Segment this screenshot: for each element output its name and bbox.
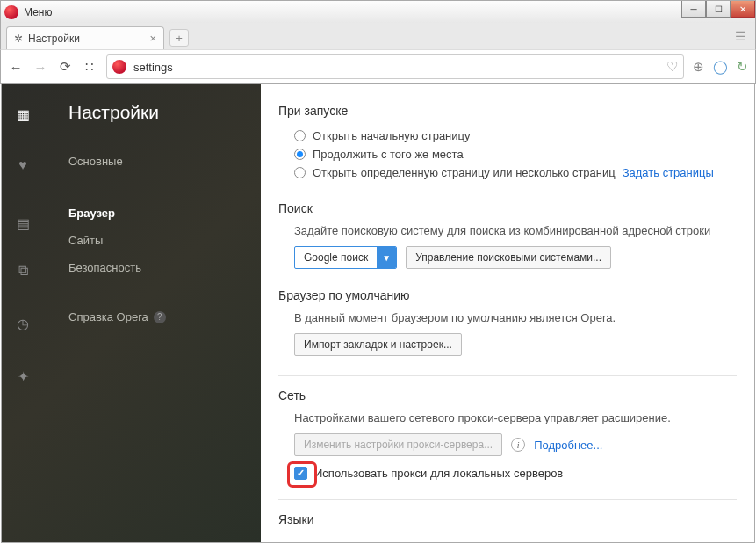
section-title-network: Сеть <box>278 388 737 403</box>
startup-option-specific[interactable]: Открыть определенную страницу или нескол… <box>278 163 737 182</box>
address-input[interactable] <box>133 61 659 74</box>
tab-title: Настройки <box>28 33 80 45</box>
startup-option-continue-label: Продолжить с того же места <box>313 148 464 161</box>
radio-icon <box>294 167 306 178</box>
network-description: Настройками вашего сетевого прокси-серве… <box>278 411 737 424</box>
globe-icon[interactable]: ⊕ <box>693 59 704 75</box>
section-divider <box>278 375 737 376</box>
sidebar-item-security[interactable]: Безопасность <box>68 254 252 281</box>
radio-icon <box>294 130 306 141</box>
window-titlebar: Меню ─ ☐ ✕ <box>0 0 756 23</box>
settings-content: При запуске Открыть начальную страницу П… <box>261 84 754 542</box>
set-pages-link[interactable]: Задать страницы <box>623 166 714 179</box>
checkbox-checked-icon: ✓ <box>294 467 307 480</box>
reload-button[interactable]: ⟳ <box>57 59 73 75</box>
sidebar-item-basic[interactable]: Основные <box>68 148 252 175</box>
window-maximize-button[interactable]: ☐ <box>706 1 731 18</box>
import-bookmarks-button[interactable]: Импорт закладок и настроек... <box>294 333 462 356</box>
main-area: ▦ ♥ ▤ ⧉ ◷ ✦ Настройки Основные Браузер С… <box>1 84 755 543</box>
radio-checked-icon <box>294 149 306 160</box>
toolbar: ← → ⟳ ∷ ♡ ⊕ ◯ ↻ <box>0 49 756 84</box>
section-default-browser: Браузер по умолчанию В данный момент бра… <box>278 288 737 356</box>
bookmark-heart-icon[interactable]: ♡ <box>666 59 678 75</box>
startup-option-continue[interactable]: Продолжить с того же места <box>278 145 737 163</box>
tab-strip: ✲ Настройки × + ☰ <box>0 23 756 49</box>
chevron-down-icon: ▼ <box>377 247 396 268</box>
section-languages: Языки <box>278 512 737 526</box>
sidebar-item-browser[interactable]: Браузер <box>68 199 252 227</box>
window-minimize-button[interactable]: ─ <box>681 1 706 18</box>
network-more-link[interactable]: Подробнее... <box>534 439 602 452</box>
sidebar-item-sites[interactable]: Сайты <box>68 227 252 254</box>
extensions-icon[interactable]: ↻ <box>737 59 748 75</box>
window-close-button[interactable]: ✕ <box>731 1 755 18</box>
section-title-languages: Языки <box>278 512 737 526</box>
new-tab-button[interactable]: + <box>169 29 189 47</box>
search-engine-value: Google поиск <box>295 247 377 268</box>
startup-option-homepage[interactable]: Открыть начальную страницу <box>278 127 737 145</box>
panel-toggle-icon[interactable]: ☰ <box>735 29 746 43</box>
settings-sidebar: ▦ ♥ ▤ ⧉ ◷ ✦ Настройки Основные Браузер С… <box>2 84 261 542</box>
section-title-startup: При запуске <box>278 104 737 118</box>
forward-button[interactable]: → <box>32 60 48 75</box>
sidebar-help-link[interactable]: Справка Opera ? <box>68 303 252 330</box>
sidebar-title: Настройки <box>68 102 252 123</box>
info-icon[interactable]: i <box>511 438 525 452</box>
sidebar-icon-news[interactable]: ▤ <box>2 206 44 241</box>
download-icon[interactable]: ◯ <box>713 59 728 75</box>
change-proxy-button: Изменить настройки прокси-сервера... <box>294 433 502 456</box>
menu-label[interactable]: Меню <box>24 6 52 18</box>
sidebar-help-label: Справка Opera <box>68 310 148 323</box>
use-proxy-local-label: Использовать прокси для локальных сервер… <box>314 467 563 480</box>
address-bar[interactable]: ♡ <box>106 54 684 79</box>
gear-icon: ✲ <box>14 33 23 45</box>
use-proxy-local-row[interactable]: ✓ Использовать прокси для локальных серв… <box>278 467 737 480</box>
speed-dial-button[interactable]: ∷ <box>82 59 97 75</box>
sidebar-icon-devices[interactable]: ⧉ <box>2 253 44 288</box>
startup-option-homepage-label: Открыть начальную страницу <box>313 129 471 142</box>
search-engine-select[interactable]: Google поиск ▼ <box>294 246 397 269</box>
opera-favicon-icon <box>112 60 126 74</box>
startup-option-specific-label: Открыть определенную страницу или нескол… <box>313 166 616 179</box>
section-network: Сеть Настройками вашего сетевого прокси-… <box>278 388 737 480</box>
section-search: Поиск Задайте поисковую систему для поис… <box>278 201 737 269</box>
back-button[interactable]: ← <box>8 60 24 75</box>
section-startup: При запуске Открыть начальную страницу П… <box>278 104 737 182</box>
default-browser-description: В данный момент браузером по умолчанию я… <box>278 311 737 324</box>
sidebar-icon-grid[interactable]: ▦ <box>2 97 44 132</box>
section-title-default-browser: Браузер по умолчанию <box>278 288 737 302</box>
manage-search-engines-button[interactable]: Управление поисковыми системами... <box>406 246 611 269</box>
sidebar-icon-history[interactable]: ◷ <box>2 306 44 341</box>
tab-settings[interactable]: ✲ Настройки × <box>6 26 164 49</box>
tab-close-icon[interactable]: × <box>149 32 156 45</box>
section-title-search: Поиск <box>278 201 737 215</box>
opera-logo-icon <box>4 5 18 19</box>
help-icon: ? <box>154 311 166 323</box>
search-description: Задайте поисковую систему для поиска из … <box>278 224 737 237</box>
sidebar-icon-extensions[interactable]: ✦ <box>2 359 44 394</box>
sidebar-icon-heart[interactable]: ♥ <box>2 148 44 183</box>
section-divider <box>278 499 737 500</box>
